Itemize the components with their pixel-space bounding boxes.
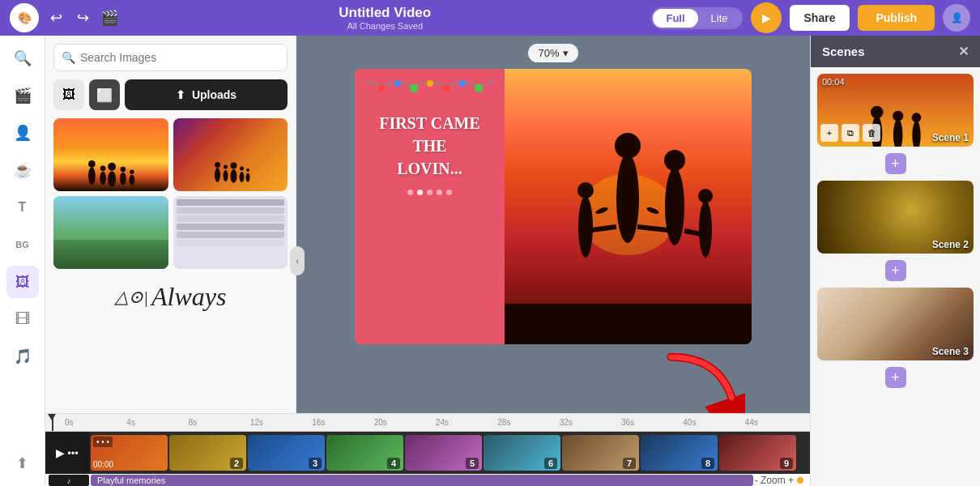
scene1-label: Scene 1 — [932, 132, 969, 143]
view-toggle: Full Lite — [651, 7, 742, 29]
svg-point-3 — [100, 165, 106, 171]
redo-button[interactable]: ↪ — [77, 9, 89, 27]
canvas-text: First came the lovin... — [379, 112, 480, 180]
sidebar-item-video[interactable]: 🎞 — [6, 303, 39, 335]
clip-5[interactable]: 5 — [405, 435, 482, 471]
svg-point-10 — [215, 168, 220, 182]
clip-2-number: 2 — [230, 458, 243, 469]
search-input[interactable] — [53, 44, 288, 71]
clip-3[interactable]: 3 — [248, 435, 325, 471]
scene-item-2[interactable]: Scene 2 — [817, 181, 974, 254]
sidebar-item-image[interactable]: 🖼 — [6, 266, 39, 298]
zoom-value: 70% — [538, 47, 559, 59]
sidebar-item-music[interactable]: 🎵 — [6, 340, 39, 373]
clip-9[interactable]: 9 — [719, 435, 796, 471]
scene-item-1[interactable]: 00:04 + ⧉ 🗑 Scene 1 — [817, 74, 974, 147]
deathly-hallows-icon: △⊙| — [115, 287, 148, 308]
track-menu-button[interactable]: ••• — [67, 447, 79, 459]
play-button[interactable] — [751, 2, 782, 33]
clip-2[interactable]: 2 — [169, 435, 246, 471]
canvas-stage: First came the lovin... — [355, 69, 752, 344]
tab-graphics[interactable]: ⬜ — [89, 79, 120, 110]
scene1-delete-btn[interactable]: 🗑 — [863, 124, 880, 142]
svg-point-13 — [224, 165, 228, 169]
upload-icon: ⬆ — [176, 88, 185, 101]
image-thumb-1[interactable] — [53, 118, 168, 191]
svg-point-34 — [664, 150, 685, 171]
video-title[interactable]: Untitled Video — [339, 5, 431, 21]
sidebar-item-person[interactable]: 👤 — [6, 117, 39, 149]
family-silhouette-svg — [505, 69, 752, 344]
undo-button[interactable]: ↩ — [50, 9, 62, 27]
user-avatar[interactable]: 👤 — [943, 4, 970, 32]
image-thumb-4[interactable] — [173, 196, 288, 269]
scenes-list: 00:04 + ⧉ 🗑 Scene 1 + Scene 2 + Scene 3 — [811, 67, 980, 486]
audio-clip[interactable]: Playful memories — [91, 475, 753, 486]
ruler-mark-32: 32s — [560, 418, 621, 427]
svg-point-35 — [578, 196, 593, 258]
svg-point-25 — [459, 80, 466, 87]
dots-row — [407, 190, 452, 195]
sidebar-item-search[interactable]: 🔍 — [6, 42, 39, 75]
dot-5 — [446, 190, 452, 195]
sidebar-item-bg[interactable]: BG — [6, 228, 39, 261]
panel-collapse-button[interactable]: ‹ — [290, 246, 305, 275]
toggle-lite[interactable]: Lite — [698, 9, 741, 28]
image-thumb-2[interactable] — [173, 118, 288, 191]
clip-time: 00:00 — [93, 460, 113, 469]
ruler-mark-40: 40s — [683, 418, 744, 427]
ruler-mark-4: 4s — [126, 418, 188, 427]
scene1-add-btn[interactable]: + — [820, 124, 838, 142]
ruler-mark-24: 24s — [436, 418, 497, 427]
sidebar-item-media[interactable]: 🎬 — [6, 79, 39, 112]
sidebar-item-text[interactable]: T — [6, 191, 39, 224]
lights-decoration — [357, 77, 503, 105]
add-scene-button-2[interactable]: + — [885, 260, 906, 281]
zoom-indicator[interactable]: 70% ▾ — [528, 44, 577, 62]
clip-5-number: 5 — [466, 458, 479, 469]
clip-4[interactable]: 4 — [326, 435, 403, 471]
ruler-mark-8: 8s — [189, 418, 250, 427]
add-scene-button-1[interactable]: + — [885, 153, 906, 174]
svg-point-21 — [394, 80, 401, 87]
video-track: ▶ ••• 00:00 • • • 2 3 4 5 6 — [45, 432, 810, 474]
ruler-marks: 0s 4s 8s 12s 16s 20s 24s 28s 32s 36s 40s… — [65, 418, 807, 427]
sidebar-item-coffee[interactable]: ☕ — [6, 154, 39, 186]
clip-8[interactable]: 8 — [641, 435, 718, 471]
svg-point-1 — [88, 160, 96, 168]
svg-point-2 — [100, 171, 106, 185]
share-button[interactable]: Share — [790, 5, 850, 31]
ruler-mark-12: 12s — [250, 418, 312, 427]
media-button[interactable]: 🎬 — [100, 9, 118, 27]
svg-point-48 — [912, 113, 922, 122]
tab-bar: 🖼 ⬜ ⬆ Uploads — [53, 79, 288, 110]
scenes-panel: Scenes ✕ 00:04 + — [810, 36, 980, 486]
add-scene-button-3[interactable]: + — [885, 367, 906, 388]
ruler-mark-16: 16s — [312, 418, 373, 427]
toggle-full[interactable]: Full — [653, 9, 697, 28]
app-logo[interactable]: 🎨 — [10, 3, 39, 32]
search-icon: 🔍 — [62, 51, 75, 64]
svg-point-12 — [223, 170, 228, 181]
publish-button[interactable]: Publish — [858, 5, 935, 31]
clip-7[interactable]: 7 — [562, 435, 639, 471]
clip-1[interactable]: 00:00 • • • — [91, 435, 168, 471]
dot-2 — [417, 190, 423, 195]
tab-photos[interactable]: 🖼 — [53, 79, 84, 110]
scene1-copy-btn[interactable]: ⧉ — [842, 124, 859, 142]
scene-item-3[interactable]: Scene 3 — [817, 288, 974, 360]
svg-point-0 — [88, 167, 96, 185]
audio-track-row: ♪ Playful memories - Zoom + — [45, 474, 810, 486]
scenes-header: Scenes ✕ — [811, 36, 980, 67]
sidebar-item-upload[interactable]: ⬆ — [6, 447, 39, 480]
svg-point-11 — [215, 162, 220, 168]
clip-6[interactable]: 6 — [484, 435, 560, 471]
track-play-button[interactable]: ▶ — [56, 446, 65, 459]
always-text: △⊙| Always — [53, 282, 288, 312]
scenes-close-button[interactable]: ✕ — [958, 44, 969, 59]
scene2-label: Scene 2 — [932, 239, 969, 250]
red-arrow — [664, 348, 745, 413]
image-thumb-3[interactable] — [53, 196, 168, 269]
tab-uploads[interactable]: ⬆ Uploads — [125, 79, 288, 110]
uploads-label: Uploads — [192, 88, 236, 101]
